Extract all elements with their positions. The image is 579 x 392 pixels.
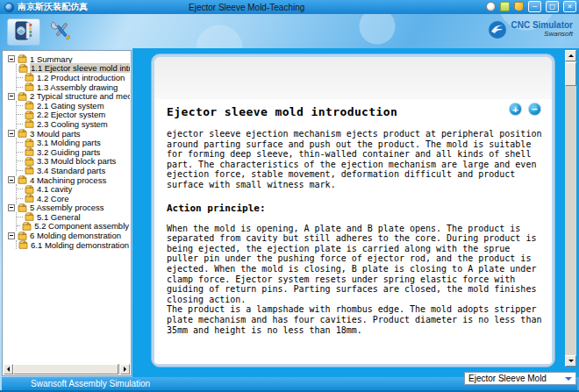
tree-item-label[interactable]: 3.3 Mould block parts [36, 156, 117, 166]
tree-section-label[interactable]: 2 Typical structure and mechanism [29, 91, 130, 101]
font-decrease-button[interactable]: − [528, 103, 541, 116]
tree-section[interactable]: 1 Summary [5, 54, 130, 64]
tree-item-label[interactable]: 2.3 Cooling system [36, 119, 109, 129]
page-tab-header[interactable] [154, 57, 552, 99]
dropdown-arrow-icon [565, 377, 572, 384]
maximize-button[interactable]: □ [546, 1, 559, 12]
tree-item-label[interactable]: 1.2 Product introduction [36, 73, 125, 82]
tree-item[interactable]: 4.2 Core [17, 194, 130, 203]
tree-item-label[interactable]: 1.3 Assembly drawing [36, 82, 118, 92]
folder-icon [25, 73, 34, 82]
tree: 1 Summary1.1 Ejector sleeve mold introdu… [5, 54, 130, 363]
tree-section[interactable]: 2 Typical structure and mechanism [5, 91, 130, 101]
tree-item[interactable]: 5.2 Component assembly [17, 222, 130, 232]
font-increase-button[interactable]: + [509, 103, 522, 116]
tree-item[interactable]: 3.3 Mould block parts [17, 157, 130, 167]
content-subheading: Action principle: [167, 203, 540, 214]
cnc-simulator-logo: CNC Simulator Swansoft [488, 20, 573, 43]
teaching-book-button[interactable] [7, 18, 40, 46]
tree-section[interactable]: 4 Machining process [5, 175, 130, 185]
tree-item-label[interactable]: 3.1 Molding parts [36, 138, 102, 147]
tree-section-label[interactable]: 6 Molding demonstration [29, 231, 122, 240]
content-paragraph-1: ejector sleeve ejection mechanism ejects… [167, 129, 540, 190]
tools-icon [50, 19, 73, 46]
folder-icon [25, 194, 34, 203]
titlebar: 南京斯沃装配仿真 Ejector Sleeve Mold-Teaching – … [0, 0, 579, 14]
folder-icon [18, 129, 27, 138]
tree-item[interactable]: 4.1 cavity [17, 184, 130, 194]
chat-bubble-icon[interactable] [500, 2, 510, 11]
tree-item[interactable]: 2.1 Gating system [17, 101, 130, 110]
swansoft-logo-icon [488, 20, 507, 43]
clock-icon[interactable] [486, 2, 496, 11]
horizontal-scroll-thumb[interactable] [13, 364, 118, 374]
tree-item-label[interactable]: 4.2 Core [36, 194, 69, 203]
folder-icon [25, 82, 34, 91]
vertical-scrollbar[interactable] [565, 50, 576, 367]
tree-item-label[interactable]: 2.2 Ejector system [36, 110, 106, 119]
page-body: Ejector sleeve mold introduction + − eje… [154, 99, 552, 335]
folder-icon [25, 157, 34, 166]
tree-item-label[interactable]: 6.1 Molding demonstration [30, 240, 130, 250]
status-text: Swansoft Assembly Simulation [31, 379, 150, 388]
tree-section[interactable]: 3 Mould parts [5, 129, 130, 139]
tree-section-label[interactable]: 4 Machining process [29, 175, 107, 185]
tree-item[interactable]: 6.1 Molding demonstration [17, 240, 130, 250]
folder-icon [25, 101, 34, 110]
tree-item[interactable]: 2.2 Ejector system [17, 110, 130, 120]
logo-subtext: Swansoft [511, 30, 573, 38]
mold-selector-dropdown[interactable]: Ejector Sleeve Mold [464, 372, 576, 385]
minimize-button[interactable]: – [528, 1, 541, 12]
tree-horizontal-scrollbar[interactable] [4, 364, 130, 374]
tree-item[interactable]: 3.1 Molding parts [17, 138, 130, 147]
collapse-icon[interactable] [8, 130, 15, 137]
folder-icon [18, 240, 28, 249]
tree-item[interactable]: 2.3 Cooling system [17, 119, 130, 129]
folder-icon [25, 166, 34, 175]
tools-button[interactable] [49, 20, 74, 45]
tree-item-label[interactable]: 4.1 cavity [36, 184, 73, 194]
content-heading: Ejector sleeve mold introduction [167, 106, 540, 118]
close-button[interactable]: × [563, 1, 576, 12]
tree-section-label[interactable]: 3 Mould parts [29, 129, 82, 139]
folder-icon [18, 54, 27, 63]
tree-item[interactable]: 1.3 Assembly drawing [17, 82, 130, 92]
tree-section[interactable]: 5 Assembly process [5, 203, 130, 213]
folder-icon [25, 212, 34, 221]
scroll-down-button[interactable] [565, 355, 576, 367]
scroll-up-button[interactable] [565, 50, 576, 61]
collapse-icon[interactable] [8, 176, 15, 183]
tree-item-label[interactable]: 5.1 General [36, 212, 82, 222]
collapse-icon[interactable] [8, 232, 15, 239]
badge-icon[interactable] [514, 2, 525, 12]
tree-item[interactable]: 1.2 Product introduction [17, 73, 130, 82]
logo-text: CNC Simulator [511, 20, 573, 30]
folder-icon [18, 175, 27, 184]
tree-item-label[interactable]: 2.1 Gating system [36, 101, 105, 110]
vertical-scroll-thumb[interactable] [565, 62, 576, 86]
collapse-icon[interactable] [8, 55, 15, 62]
scroll-left-button[interactable] [4, 364, 13, 374]
folder-icon [25, 139, 34, 147]
collapse-icon[interactable] [8, 204, 15, 211]
scroll-right-button[interactable] [120, 364, 130, 374]
tree-item-label[interactable]: 3.2 Guiding parts [36, 147, 101, 157]
tree-item[interactable]: 5.1 General [17, 212, 130, 222]
tree-section[interactable]: 6 Molding demonstration [5, 231, 130, 240]
tree-section-label[interactable]: 1 Summary [29, 54, 74, 64]
tree-item[interactable]: 3.2 Guiding parts [17, 147, 130, 157]
folder-icon [22, 222, 32, 231]
collapse-icon[interactable] [8, 93, 15, 100]
content-paragraph-2: When the mold is opening, A plate and B … [167, 224, 540, 336]
tree-item[interactable]: 1.1 Ejector sleeve mold introduction [17, 64, 130, 74]
course-tree-panel: 1 Summary1.1 Ejector sleeve mold introdu… [2, 50, 132, 376]
tree-item-label[interactable]: 5.2 Component assembly [33, 221, 130, 231]
tree-section-label[interactable]: 5 Assembly process [29, 203, 104, 212]
tree-item-label[interactable]: 1.1 Ejector sleeve mold introduction [30, 63, 130, 73]
content-panel: Ejector sleeve mold introduction + − eje… [151, 53, 555, 367]
app-globe-icon [4, 3, 14, 12]
tree-item[interactable]: 3.4 Standard parts [17, 166, 130, 175]
folder-icon [18, 232, 27, 240]
folder-icon [18, 64, 28, 73]
tree-item-label[interactable]: 3.4 Standard parts [36, 166, 106, 175]
